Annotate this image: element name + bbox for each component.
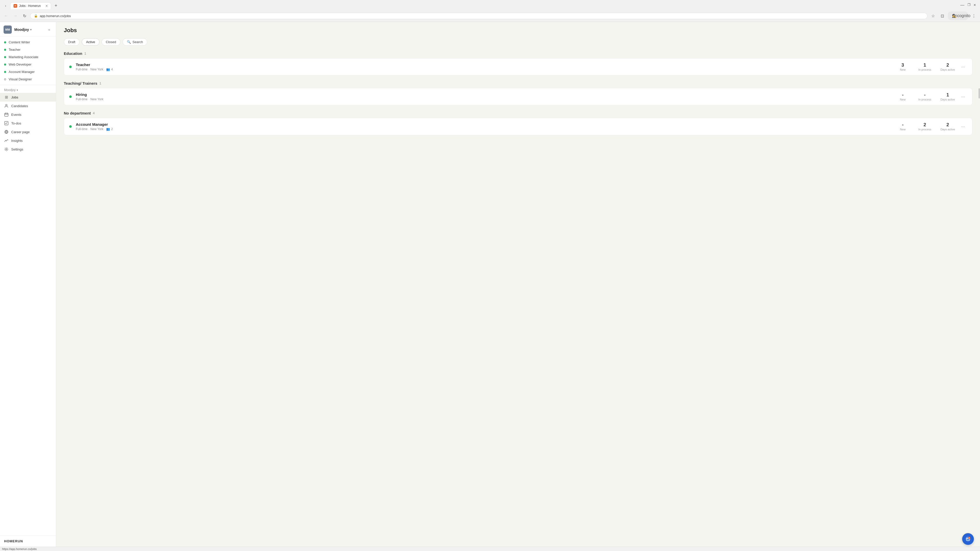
browser-chrome: ‹ H Jobs · Homerun × + — ❐ × ← → ↻ 🔒 app… <box>0 0 980 22</box>
applicants-icon: 👥 <box>106 68 110 71</box>
sidebar-toggle-button[interactable]: ⊡ <box>939 12 946 19</box>
job-status-dot <box>4 64 6 65</box>
svg-point-0 <box>6 104 7 106</box>
back-button[interactable]: ← <box>3 12 10 19</box>
in-process-count: 1 <box>918 62 931 68</box>
tab-close-button[interactable]: × <box>46 4 48 8</box>
toolbar-actions: ☆ ⊡ 🕵 Incognito ⋮ <box>929 11 977 20</box>
job-location: New York <box>90 68 103 71</box>
bookmark-button[interactable]: ☆ <box>929 12 937 19</box>
filter-active-button[interactable]: Active <box>82 38 99 46</box>
browser-tab[interactable]: H Jobs · Homerun × <box>10 2 51 9</box>
days-count: 1 <box>940 92 955 98</box>
job-stat-days: 2 Days active <box>940 122 955 131</box>
refresh-button[interactable]: ↻ <box>21 12 28 19</box>
sidebar-footer: HOMERUN <box>0 535 56 547</box>
collapse-sidebar-button[interactable]: « <box>46 27 52 33</box>
job-type: Full-time <box>76 68 88 71</box>
app-container: MM Moodjoy ▾ « Content Writer Teacher <box>0 22 980 547</box>
job-stats-account-manager: - New 2 In process 2 Days active <box>896 122 955 131</box>
window-close-button[interactable]: × <box>974 3 976 7</box>
filter-draft-button[interactable]: Draft <box>64 38 80 46</box>
sidebar-nav-candidates[interactable]: Candidates <box>0 102 56 110</box>
sidebar-item-visual-designer[interactable]: Visual Designer <box>0 76 56 83</box>
section-teaching-count: 1 <box>99 81 101 85</box>
page-title: Jobs <box>64 27 972 34</box>
search-icon: 🔍 <box>127 40 131 44</box>
in-process-label: In process <box>918 128 931 131</box>
job-meta-account-manager: Full-time · New York · 👥 2 <box>76 127 892 131</box>
sidebar-item-account-manager[interactable]: Account Manager <box>0 68 56 76</box>
new-tab-button[interactable]: + <box>52 2 60 10</box>
new-label: New <box>896 68 909 71</box>
in-process-count: 2 <box>918 122 931 127</box>
sidebar-nav-jobs[interactable]: ⊞ Jobs <box>0 93 56 102</box>
forward-button[interactable]: → <box>12 12 19 19</box>
new-count: - <box>896 122 909 127</box>
workspace-info[interactable]: MM Moodjoy ▾ <box>3 25 32 34</box>
applicants-count: 2 <box>111 127 113 131</box>
job-status-dot <box>4 56 6 58</box>
tab-prev-button[interactable]: ‹ <box>2 2 9 10</box>
sidebar-nav-events[interactable]: Events <box>0 110 56 119</box>
sidebar-nav-settings[interactable]: Settings <box>0 145 56 154</box>
homerun-logo: HOMERUN <box>4 539 52 543</box>
sidebar-header: MM Moodjoy ▾ « <box>0 22 56 37</box>
sidebar-workspace-section: Moodjoy ▾ <box>0 85 56 93</box>
nav-label: Insights <box>11 139 23 143</box>
job-more-button-teacher[interactable]: ··· <box>959 63 967 71</box>
job-active-dot <box>69 65 72 68</box>
job-title-hiring: Hiring <box>76 92 892 97</box>
browser-toolbar: ← → ↻ 🔒 app.homerun.co/jobs ☆ ⊡ 🕵 Incogn… <box>0 10 980 22</box>
nav-label: Career page <box>11 130 30 134</box>
new-label: New <box>896 128 909 131</box>
job-more-button-account-manager[interactable]: ··· <box>959 123 967 130</box>
filter-closed-button[interactable]: Closed <box>102 38 121 46</box>
settings-icon <box>4 147 9 151</box>
sidebar-item-marketing-associate[interactable]: Marketing Associate <box>0 53 56 61</box>
sidebar-job-label: Visual Designer <box>9 77 32 81</box>
menu-button[interactable]: ⋮ <box>970 12 977 19</box>
sidebar-item-web-developer[interactable]: Web Developer <box>0 61 56 68</box>
job-card-account-manager: Account Manager Full-time · New York · 👥… <box>64 118 972 135</box>
job-stat-in-process: - In process <box>918 92 931 101</box>
sidebar-job-label: Marketing Associate <box>9 55 38 59</box>
days-label: Days active <box>940 68 955 71</box>
address-text: app.homerun.co/jobs <box>40 14 71 18</box>
section-no-dept-count: 4 <box>93 111 95 115</box>
section-education-count: 1 <box>84 52 86 56</box>
days-count: 2 <box>940 122 955 127</box>
nav-label: Jobs <box>11 95 18 99</box>
address-bar[interactable]: 🔒 app.homerun.co/jobs <box>30 13 928 19</box>
workspace-avatar: MM <box>3 25 12 34</box>
incognito-badge: 🕵 Incognito <box>948 11 968 20</box>
sidebar-nav-career-page[interactable]: Career page <box>0 127 56 136</box>
job-stats-teacher: 3 New 1 In process 2 Days active <box>896 62 955 71</box>
sidebar-nav-insights[interactable]: Insights <box>0 136 56 145</box>
section-education: Education 1 Teacher Full-time · New York… <box>64 51 972 76</box>
window-minimize-button[interactable]: — <box>960 3 964 7</box>
job-stat-new: 3 New <box>896 62 909 71</box>
sidebar-nav-todos[interactable]: To-dos <box>0 119 56 127</box>
sidebar-jobs-list: Content Writer Teacher Marketing Associa… <box>0 37 56 85</box>
window-restore-button[interactable]: ❐ <box>967 3 970 7</box>
sidebar-item-content-writer[interactable]: Content Writer <box>0 38 56 46</box>
chat-fab-button[interactable] <box>962 533 974 545</box>
in-process-count: - <box>918 92 931 98</box>
insights-icon <box>4 138 9 143</box>
sidebar-item-teacher[interactable]: Teacher <box>0 46 56 53</box>
days-label: Days active <box>940 98 955 101</box>
scrollbar[interactable] <box>978 88 980 98</box>
new-count: 3 <box>896 62 909 68</box>
workspace-nav-chevron: ▾ <box>17 89 18 92</box>
job-title-account-manager: Account Manager <box>76 122 892 127</box>
search-button[interactable]: 🔍 Search <box>123 38 147 46</box>
sidebar: MM Moodjoy ▾ « Content Writer Teacher <box>0 22 56 547</box>
job-card-teacher: Teacher Full-time · New York · 👥 4 3 New <box>64 58 972 76</box>
new-count: - <box>896 92 909 98</box>
section-no-dept-header: No department 4 <box>64 111 972 115</box>
todos-icon <box>4 121 9 125</box>
job-more-button-hiring[interactable]: ··· <box>959 93 967 100</box>
job-info-hiring: Hiring Full-time · New York <box>76 92 892 101</box>
in-process-label: In process <box>918 68 931 71</box>
